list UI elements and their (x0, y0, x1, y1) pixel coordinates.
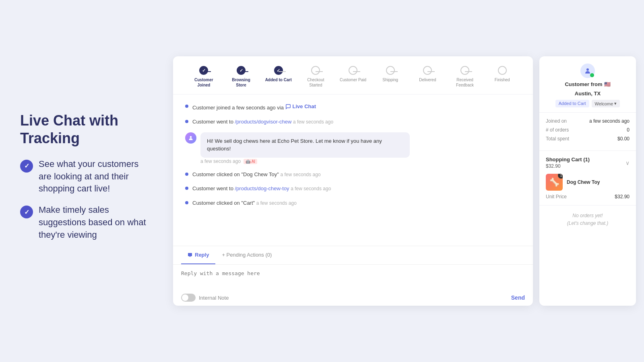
customer-from-label: Customer from (565, 81, 602, 87)
step-circle-2[interactable] (237, 66, 246, 75)
step-label-8: Received Feedback (451, 77, 479, 88)
step-circle-6[interactable] (386, 66, 395, 75)
check-icon-2 (20, 206, 33, 218)
step-circle-4[interactable] (311, 66, 320, 75)
event-dot-5 (185, 201, 188, 204)
sidebar-customer-info: Joined on a few seconds ago # of orders … (539, 113, 636, 151)
step-label-4: Checkout Started (301, 77, 330, 88)
ai-badge: 🤖 AI (244, 159, 257, 164)
step-checkout-started: Checkout Started (297, 66, 334, 88)
step-label-2: Browsing Store (227, 77, 255, 88)
tag-added-to-cart[interactable]: Added to Cart (555, 100, 589, 107)
internal-note-toggle[interactable] (181, 294, 196, 302)
cart-unit-row: Unit Price $32.90 (546, 194, 630, 200)
event-text-went-2: Customer went to /products/dog-chew-toy … (192, 185, 331, 193)
step-label-1: Customer Joined (190, 77, 218, 88)
main-area: Customer Joined Browsing Store Added to … (169, 0, 644, 362)
event-dot-2 (185, 120, 188, 123)
joined-label: Joined on (546, 118, 567, 124)
step-label-9: Finished (495, 77, 510, 82)
svg-point-1 (586, 68, 589, 71)
cart-chevron-icon[interactable]: ∨ (625, 160, 630, 166)
cart-info: Shopping Cart (1) $32.90 (546, 156, 590, 169)
progress-steps: Customer Joined Browsing Store Added to … (185, 66, 521, 88)
event-dot-4 (185, 187, 188, 190)
joined-value: a few seconds ago (589, 118, 630, 124)
step-line-8 (465, 71, 472, 72)
tab-reply[interactable]: Reply (181, 246, 215, 264)
step-circle-8[interactable] (460, 66, 469, 75)
online-status-wrapper (580, 64, 595, 78)
step-circle-7[interactable] (423, 66, 432, 75)
cart-header: Shopping Cart (1) $32.90 ∨ (546, 156, 630, 169)
feature-item-1: See what your customers are looking at a… (20, 158, 149, 195)
event-dot (185, 105, 188, 108)
customer-location: Customer from 🇺🇸 (565, 81, 610, 87)
cart-item-image: 🦴 1 (546, 174, 563, 191)
product-link-2[interactable]: /products/dog-chew-toy (235, 185, 289, 191)
cart-unit-label: Unit Price (546, 194, 567, 200)
event-time-3: a few seconds ago (281, 172, 321, 177)
ai-bubble: Hi! We sell dog chews here at Echo Pet S… (200, 132, 410, 158)
step-line-3 (279, 71, 286, 72)
toggle-wrapper: Internal Note (181, 294, 229, 302)
step-circle-3[interactable] (274, 66, 283, 75)
progress-tracker: Customer Joined Browsing Store Added to … (173, 56, 533, 95)
tab-pending[interactable]: + Pending Actions (0) (215, 246, 278, 264)
event-went-to-2: Customer went to /products/dog-chew-toy … (185, 185, 521, 193)
tab-reply-label: Reply (195, 252, 209, 258)
left-panel: Live Chat with Tracking See what your cu… (0, 88, 169, 274)
sidebar-row-spent: Total spent $0.00 (546, 136, 630, 142)
event-text-went-1: Customer went to /products/dogvisor-chew… (192, 118, 333, 126)
reply-input[interactable] (181, 270, 525, 282)
step-delivered: Delivered (409, 66, 446, 82)
ai-message-content: Hi! We sell dog chews here at Echo Pet S… (200, 132, 521, 164)
feature-item-2: Make timely sales suggestions based on w… (20, 204, 149, 241)
ai-meta: a few seconds ago 🤖 AI (200, 158, 521, 164)
cart-unit-price: $32.90 (615, 194, 630, 200)
event-text-joined: Customer joined a few seconds ago via Li… (192, 103, 316, 111)
step-circle-9[interactable] (498, 66, 507, 75)
product-link-1[interactable]: /products/dogvisor-chew (235, 119, 292, 125)
feature-text-2: Make timely sales suggestions based on w… (39, 204, 149, 241)
sidebar-tags: Added to Cart Welcome ▾ (555, 100, 620, 107)
cart-title: Shopping Cart (1) (546, 156, 590, 162)
customer-city: Austin, TX (575, 90, 601, 97)
event-joined: Customer joined a few seconds ago via Li… (185, 103, 521, 111)
cart-total: $32.90 (546, 163, 590, 169)
step-label-3: Added to Cart (265, 77, 292, 82)
step-circle-1[interactable] (199, 66, 208, 75)
spent-value: $0.00 (617, 136, 630, 142)
reply-input-area[interactable] (173, 265, 533, 290)
step-browsing-store: Browsing Store (223, 66, 260, 88)
ai-time: a few seconds ago (200, 158, 241, 164)
step-added-to-cart: Added to Cart (260, 66, 297, 82)
step-line-6 (390, 71, 398, 72)
sidebar-header: Customer from 🇺🇸 Austin, TX Added to Car… (539, 56, 636, 113)
event-click-toy: Customer clicked on "Dog Chew Toy" a few… (185, 171, 521, 179)
step-line-7 (427, 71, 435, 72)
orders-value: 0 (627, 127, 630, 133)
event-text-cart: Customer clicked on "Cart" a few seconds… (192, 199, 297, 207)
cart-item-emoji: 🦴 (549, 177, 559, 187)
check-icon-1 (20, 160, 33, 173)
live-chat-label: Live Chat (293, 103, 316, 111)
step-circle-5[interactable] (349, 66, 357, 75)
feature-list: See what your customers are looking at a… (20, 158, 149, 241)
sidebar-row-joined: Joined on a few seconds ago (546, 118, 630, 124)
online-indicator (590, 73, 594, 77)
tag-welcome[interactable]: Welcome ▾ (592, 100, 620, 107)
page-title: Live Chat with Tracking (20, 112, 149, 146)
no-orders-text: No orders yet!(Let's change that.) (539, 206, 636, 234)
toggle-label: Internal Note (199, 295, 229, 301)
event-went-to-1: Customer went to /products/dogvisor-chew… (185, 118, 521, 126)
event-text-click: Customer clicked on "Dog Chew Toy" a few… (192, 171, 321, 179)
reply-footer: Internal Note Send (173, 290, 533, 306)
svg-point-0 (190, 136, 192, 138)
event-time-1: a few seconds ago (293, 119, 333, 125)
step-line-5 (353, 71, 360, 72)
step-shipping: Shipping (372, 66, 409, 82)
sidebar-cart: Shopping Cart (1) $32.90 ∨ 🦴 1 Dog Chew … (539, 151, 636, 206)
send-button[interactable]: Send (511, 294, 525, 301)
step-line-4 (316, 71, 323, 72)
